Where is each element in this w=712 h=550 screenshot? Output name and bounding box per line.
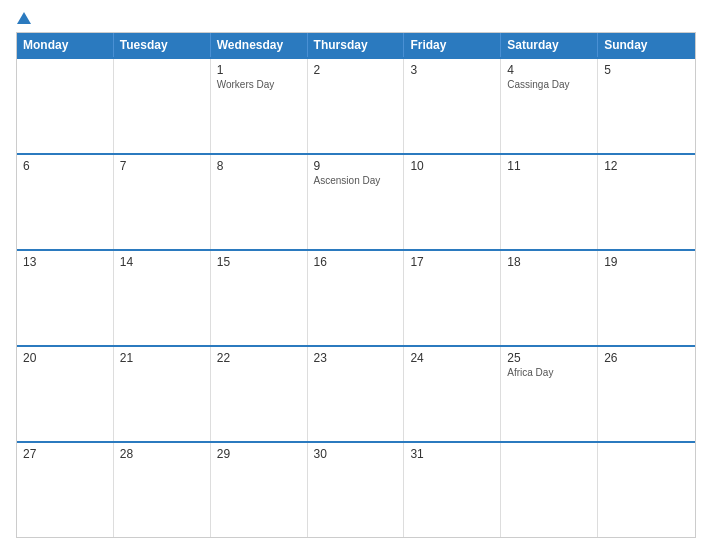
calendar-page: Monday Tuesday Wednesday Thursday Friday… [0, 0, 712, 550]
calendar-grid: Monday Tuesday Wednesday Thursday Friday… [16, 32, 696, 538]
calendar-week-4: 202122232425Africa Day26 [17, 345, 695, 441]
calendar-cell-2-4: 9Ascension Day [308, 155, 405, 249]
calendar-cell-3-2: 14 [114, 251, 211, 345]
day-number: 24 [410, 351, 494, 365]
day-number: 1 [217, 63, 301, 77]
day-number: 6 [23, 159, 107, 173]
day-number: 2 [314, 63, 398, 77]
day-number: 19 [604, 255, 689, 269]
calendar-cell-5-2: 28 [114, 443, 211, 537]
day-number: 31 [410, 447, 494, 461]
day-number: 11 [507, 159, 591, 173]
header-saturday: Saturday [501, 33, 598, 57]
day-number: 29 [217, 447, 301, 461]
calendar-week-2: 6789Ascension Day101112 [17, 153, 695, 249]
calendar-cell-3-6: 18 [501, 251, 598, 345]
day-number: 28 [120, 447, 204, 461]
calendar-cell-5-4: 30 [308, 443, 405, 537]
calendar-week-5: 2728293031 [17, 441, 695, 537]
day-number: 3 [410, 63, 494, 77]
calendar-cell-2-7: 12 [598, 155, 695, 249]
calendar-week-1: 1Workers Day234Cassinga Day5 [17, 57, 695, 153]
header-monday: Monday [17, 33, 114, 57]
day-number: 8 [217, 159, 301, 173]
day-number: 12 [604, 159, 689, 173]
header-thursday: Thursday [308, 33, 405, 57]
calendar-cell-2-3: 8 [211, 155, 308, 249]
day-number: 27 [23, 447, 107, 461]
calendar-cell-5-7 [598, 443, 695, 537]
holiday-label: Ascension Day [314, 175, 398, 186]
calendar-cell-4-4: 23 [308, 347, 405, 441]
day-number: 16 [314, 255, 398, 269]
calendar-cell-4-3: 22 [211, 347, 308, 441]
header-wednesday: Wednesday [211, 33, 308, 57]
calendar-cell-5-3: 29 [211, 443, 308, 537]
day-number: 14 [120, 255, 204, 269]
calendar-cell-2-5: 10 [404, 155, 501, 249]
day-number: 5 [604, 63, 689, 77]
day-number: 30 [314, 447, 398, 461]
calendar-cell-1-3: 1Workers Day [211, 59, 308, 153]
holiday-label: Cassinga Day [507, 79, 591, 90]
header [16, 12, 696, 24]
day-number: 25 [507, 351, 591, 365]
calendar-body: 1Workers Day234Cassinga Day56789Ascensio… [17, 57, 695, 537]
day-number: 26 [604, 351, 689, 365]
day-number: 9 [314, 159, 398, 173]
calendar-cell-1-2 [114, 59, 211, 153]
calendar-header: Monday Tuesday Wednesday Thursday Friday… [17, 33, 695, 57]
calendar-cell-3-7: 19 [598, 251, 695, 345]
calendar-cell-4-2: 21 [114, 347, 211, 441]
logo [16, 12, 32, 24]
calendar-week-3: 13141516171819 [17, 249, 695, 345]
calendar-cell-2-2: 7 [114, 155, 211, 249]
day-number: 13 [23, 255, 107, 269]
day-number: 10 [410, 159, 494, 173]
day-number: 21 [120, 351, 204, 365]
logo-triangle-icon [17, 12, 31, 24]
calendar-cell-5-5: 31 [404, 443, 501, 537]
calendar-cell-1-6: 4Cassinga Day [501, 59, 598, 153]
day-number: 18 [507, 255, 591, 269]
calendar-cell-1-4: 2 [308, 59, 405, 153]
calendar-cell-5-6 [501, 443, 598, 537]
calendar-cell-2-6: 11 [501, 155, 598, 249]
calendar-cell-3-4: 16 [308, 251, 405, 345]
day-number: 15 [217, 255, 301, 269]
calendar-cell-4-6: 25Africa Day [501, 347, 598, 441]
holiday-label: Workers Day [217, 79, 301, 90]
day-number: 23 [314, 351, 398, 365]
calendar-cell-1-7: 5 [598, 59, 695, 153]
calendar-cell-1-5: 3 [404, 59, 501, 153]
day-number: 22 [217, 351, 301, 365]
calendar-cell-4-5: 24 [404, 347, 501, 441]
day-number: 7 [120, 159, 204, 173]
header-friday: Friday [404, 33, 501, 57]
holiday-label: Africa Day [507, 367, 591, 378]
calendar-cell-3-5: 17 [404, 251, 501, 345]
calendar-cell-4-1: 20 [17, 347, 114, 441]
day-number: 20 [23, 351, 107, 365]
header-sunday: Sunday [598, 33, 695, 57]
calendar-cell-4-7: 26 [598, 347, 695, 441]
calendar-cell-3-1: 13 [17, 251, 114, 345]
calendar-cell-2-1: 6 [17, 155, 114, 249]
day-number: 4 [507, 63, 591, 77]
header-tuesday: Tuesday [114, 33, 211, 57]
calendar-cell-5-1: 27 [17, 443, 114, 537]
calendar-cell-3-3: 15 [211, 251, 308, 345]
day-number: 17 [410, 255, 494, 269]
calendar-cell-1-1 [17, 59, 114, 153]
